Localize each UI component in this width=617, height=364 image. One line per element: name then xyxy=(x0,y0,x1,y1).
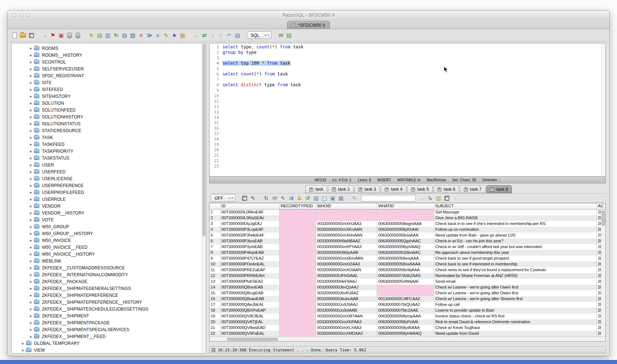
format-indent-icon[interactable]: ≫ xyxy=(145,31,154,39)
record-view-icon[interactable]: ▢ xyxy=(320,194,329,202)
expand-triangle-icon[interactable]: ▶ xyxy=(28,273,34,277)
copy-rows-icon[interactable]: ▣ xyxy=(329,194,337,202)
expand-triangle-icon[interactable]: ▶ xyxy=(28,239,34,242)
tree-item-staticresource[interactable]: ▶STATICRESOURCE xyxy=(12,127,206,134)
table-row[interactable]: 1500T3000000Q8rugEAB0033000000JbvRJAAZCh… xyxy=(210,290,605,296)
tree-item-sitefeed[interactable]: ▶SITEFEED xyxy=(12,86,206,93)
tree-item-zkfedex__package[interactable]: ▶ZKFEDEX__PACKAGE xyxy=(12,278,206,285)
tree-item-user[interactable]: ▶USER xyxy=(12,161,206,168)
column-header-SUBJECT[interactable]: SUBJECT xyxy=(434,203,597,209)
tree-item-solution[interactable]: ▶SOLUTION xyxy=(12,100,206,107)
expand-triangle-icon[interactable]: ▶ xyxy=(28,246,34,249)
add-connection-icon[interactable] xyxy=(65,31,74,39)
expand-triangle-icon[interactable]: ▶ xyxy=(28,170,34,174)
tree-item-task[interactable]: ▶TASK xyxy=(12,134,206,141)
close-tab-icon[interactable]: ✕ xyxy=(332,187,336,191)
script-results-icon[interactable]: ▥ xyxy=(435,194,443,202)
expand-triangle-icon[interactable]: ▶ xyxy=(28,150,34,153)
tree-item-rooms__history[interactable]: ▶ROOMS__HISTORY xyxy=(12,52,206,58)
abort-query-icon[interactable]: ▣ xyxy=(57,31,65,39)
table-row[interactable]: 400T3000000P3LopEAF0033000000GmXKnAAN006… xyxy=(210,227,605,233)
results-hscrollbar-thumb[interactable] xyxy=(227,338,278,341)
tree-item-vote[interactable]: ▶VOTE xyxy=(12,216,206,223)
result-tab-task-8[interactable]: ✕task 8 xyxy=(486,185,512,193)
expand-triangle-icon[interactable]: ▶ xyxy=(28,335,34,338)
table-row[interactable]: 1400T3000000Q8rexEAB0033000000JbvQzAAJCh… xyxy=(210,285,605,290)
close-tab-icon[interactable]: ✕ xyxy=(464,187,468,191)
column-header-AC[interactable]: AC xyxy=(597,203,605,209)
expand-triangle-icon[interactable]: ▶ xyxy=(28,198,34,201)
table-row[interactable]: 1200T3000000PRR8rEAH0033000000JFhGlAAL00… xyxy=(210,273,605,279)
find-next-icon[interactable]: → xyxy=(418,194,426,202)
tree-item-w50_invoice__history[interactable]: ▶W50_INVOICE__HISTORY xyxy=(12,251,206,257)
tree-item-zkfedex__shipment__feed[interactable]: ▶ZKFEDEX__SHIPMENT__FEED xyxy=(12,333,206,340)
search-input[interactable] xyxy=(361,195,416,202)
tree-item-zkfedex__customaddresssource[interactable]: ▶ZKFEDEX__CUSTOMADDRESSSOURCE xyxy=(12,264,206,271)
result-tab-task-5[interactable]: ✕task 5 xyxy=(407,185,433,193)
expand-triangle-icon[interactable]: ▶ xyxy=(28,307,34,311)
sort-rows-icon[interactable]: ⇊ xyxy=(295,194,304,202)
lightning-execute-icon[interactable]: ↯ xyxy=(87,31,95,39)
edit-cell-icon[interactable]: ✎ xyxy=(279,194,287,202)
expand-triangle-icon[interactable]: ▶ xyxy=(28,53,34,57)
tree-item-taskfeed[interactable]: ▶TASKFEED xyxy=(12,141,206,148)
result-tab-task-6[interactable]: ✕task 6 xyxy=(433,185,459,193)
auto-complete-icon[interactable]: 66 xyxy=(277,31,285,39)
tree-item-zkfedex__internationalcommodity[interactable]: ▶ZKFEDEX__INTERNATIONALCOMMODITY xyxy=(12,271,206,278)
tree-item-sitehistory[interactable]: ▶SITEHISTORY xyxy=(12,93,206,100)
highlight-pen-icon[interactable]: ✎ xyxy=(350,194,359,202)
column-header-rownum[interactable] xyxy=(210,203,220,209)
tree-item-vendor__history[interactable]: ▶VENDOR__HISTORY xyxy=(12,209,206,216)
red-list-icon[interactable]: ≡ xyxy=(137,31,145,39)
tree-item-taskpriority[interactable]: ▶TASKPRIORITY xyxy=(12,148,206,155)
expand-triangle-icon[interactable]: ▶ xyxy=(28,177,34,181)
expand-triangle-icon[interactable]: ▶ xyxy=(28,101,34,105)
tree-item-global temporary[interactable]: ▶GLOBAL TEMPORARY xyxy=(12,340,206,347)
max-rows-select[interactable]: OFF▲ ▼ xyxy=(211,194,236,202)
reload-query-icon[interactable]: ↺ xyxy=(304,194,312,202)
tree-scrollbar-thumb[interactable] xyxy=(202,44,206,236)
table-row[interactable]: 100T3000000L0RknEAFGet Massage200 xyxy=(210,209,605,215)
expand-triangle-icon[interactable]: ▶ xyxy=(28,74,34,78)
result-tab-task-2[interactable]: ✕task 2 xyxy=(328,185,354,193)
expand-triangle-icon[interactable]: ▶ xyxy=(28,252,34,256)
status-stop-icon[interactable] xyxy=(212,348,215,352)
commit-icon[interactable]: ✓ xyxy=(217,31,225,39)
tree-item-rooms[interactable]: ▶ROOMS xyxy=(12,45,206,52)
expand-triangle-icon[interactable]: ▶ xyxy=(28,321,34,325)
tree-item-w50_invoice[interactable]: ▶W50_INVOICE xyxy=(12,237,206,244)
download-results-icon[interactable]: ↓ xyxy=(451,194,459,202)
results-vscrollbar[interactable] xyxy=(601,209,605,337)
table-row[interactable]: 1800T3000000QBXPeEAP0033000000Ju9zlAAB00… xyxy=(210,308,605,313)
expand-triangle-icon[interactable]: ▶ xyxy=(28,184,34,187)
sql-editor[interactable]: 1234567891011121314151617181920212223 se… xyxy=(209,43,606,177)
tree-item-w50_group[interactable]: ▶W50_GROUP xyxy=(12,223,206,230)
close-tab-icon[interactable]: ✕ xyxy=(385,187,389,191)
statement-type-select[interactable]: SQL▲ ▼ xyxy=(247,31,272,39)
close-tab-icon[interactable]: ✕ xyxy=(309,187,313,191)
execute-all-icon[interactable]: ⇄ xyxy=(200,31,208,39)
expand-triangle-icon[interactable]: ▶ xyxy=(28,328,34,332)
notebook-icon[interactable]: ▧ xyxy=(120,31,129,39)
column-header-WHATID[interactable]: WHATID xyxy=(377,203,434,209)
tree-item-zkfedex__shipmentpackage[interactable]: ▶ZKFEDEX__SHIPMENTPACKAGE xyxy=(12,319,206,326)
book-icon[interactable]: ▨ xyxy=(129,31,137,39)
save-grid-icon[interactable] xyxy=(443,194,451,202)
results-vscrollbar-thumb[interactable] xyxy=(601,210,605,226)
table-row[interactable]: 2100T3000000QV8wsEAD0033000000GmXLXAA300… xyxy=(210,325,605,331)
tree-item-scontrol[interactable]: ▶SCONTROL xyxy=(12,58,206,65)
expand-triangle-icon[interactable]: ▶ xyxy=(28,232,34,235)
close-tab-icon[interactable]: ✕ xyxy=(292,23,296,27)
expand-triangle-icon[interactable]: ▶ xyxy=(28,280,34,283)
expand-triangle-icon[interactable]: ▶ xyxy=(28,191,34,194)
export-results-icon[interactable]: ↳ xyxy=(426,194,435,202)
table-row[interactable]: 1900T3000000QV8CfEAL0033000000GmXM7AAN00… xyxy=(210,313,605,319)
tree-item-w50_group__history[interactable]: ▶W50_GROUP__HISTORY xyxy=(12,230,206,237)
refresh-doc-icon[interactable]: ↻ xyxy=(112,31,120,39)
tree-item-zkfedex__shipmatepreference[interactable]: ▶ZKFEDEX__SHIPMATEPREFERENCE xyxy=(12,292,206,299)
form-view-icon[interactable]: ▤ xyxy=(95,31,104,39)
table-row[interactable]: 700T3000000P3yrbEAB0033000000GmXPYAA3006… xyxy=(210,244,605,250)
expand-triangle-icon[interactable]: ▶ xyxy=(28,67,34,71)
expand-triangle-icon[interactable]: ▶ xyxy=(28,211,34,215)
table-row[interactable]: 1700T3000000QAeJbEAL0033000000Ju9J9AAJ00… xyxy=(210,302,605,308)
